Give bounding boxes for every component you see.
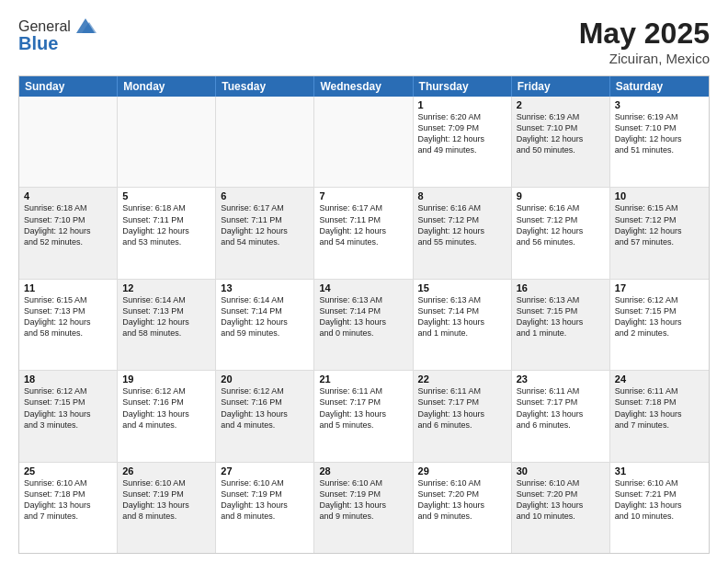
day-info: Sunrise: 6:12 AM Sunset: 7:15 PM Dayligh… [24,385,112,431]
day-info: Sunrise: 6:15 AM Sunset: 7:12 PM Dayligh… [615,202,704,247]
day-info: Sunrise: 6:17 AM Sunset: 7:11 PM Dayligh… [319,202,407,247]
day-info: Sunrise: 6:20 AM Sunset: 7:09 PM Dayligh… [418,111,506,156]
day-number: 19 [122,373,210,385]
day-number: 16 [517,282,605,293]
day-number: 23 [517,373,605,385]
day-cell-21: 21Sunrise: 6:11 AM Sunset: 7:17 PM Dayli… [314,371,413,461]
day-number: 13 [221,282,309,293]
day-cell-9: 9Sunrise: 6:16 AM Sunset: 7:12 PM Daylig… [512,188,610,278]
calendar-body: 1Sunrise: 6:20 AM Sunset: 7:09 PM Daylig… [19,97,709,553]
calendar-header: SundayMondayTuesdayWednesdayThursdayFrid… [19,76,709,97]
day-number: 14 [319,282,407,293]
day-info: Sunrise: 6:12 AM Sunset: 7:16 PM Dayligh… [221,385,309,431]
day-cell-20: 20Sunrise: 6:12 AM Sunset: 7:16 PM Dayli… [216,371,314,461]
header-day-sunday: Sunday [19,76,118,97]
day-cell-10: 10Sunrise: 6:15 AM Sunset: 7:12 PM Dayli… [610,188,709,278]
header-day-monday: Monday [118,76,216,97]
day-cell-empty [314,97,413,187]
page: General Blue May 2025 Zicuiran, Mexico S… [0,0,728,563]
week-row-4: 18Sunrise: 6:12 AM Sunset: 7:15 PM Dayli… [19,370,709,461]
header-day-wednesday: Wednesday [314,76,413,97]
day-number: 30 [517,465,605,477]
day-info: Sunrise: 6:10 AM Sunset: 7:19 PM Dayligh… [122,477,210,523]
day-number: 29 [418,465,506,477]
day-number: 3 [615,99,704,110]
day-info: Sunrise: 6:16 AM Sunset: 7:12 PM Dayligh… [517,202,605,247]
day-info: Sunrise: 6:18 AM Sunset: 7:10 PM Dayligh… [24,202,112,247]
day-cell-6: 6Sunrise: 6:17 AM Sunset: 7:11 PM Daylig… [216,188,314,278]
day-info: Sunrise: 6:11 AM Sunset: 7:17 PM Dayligh… [517,385,605,431]
day-cell-15: 15Sunrise: 6:13 AM Sunset: 7:14 PM Dayli… [414,280,512,370]
day-number: 27 [221,465,309,477]
calendar: SundayMondayTuesdayWednesdayThursdayFrid… [18,75,710,554]
day-cell-25: 25Sunrise: 6:10 AM Sunset: 7:18 PM Dayli… [19,463,118,553]
week-row-3: 11Sunrise: 6:15 AM Sunset: 7:13 PM Dayli… [19,279,709,370]
day-cell-13: 13Sunrise: 6:14 AM Sunset: 7:14 PM Dayli… [216,280,314,370]
day-number: 11 [24,282,112,293]
day-cell-30: 30Sunrise: 6:10 AM Sunset: 7:20 PM Dayli… [512,463,610,553]
day-info: Sunrise: 6:11 AM Sunset: 7:17 PM Dayligh… [319,385,407,431]
day-cell-7: 7Sunrise: 6:17 AM Sunset: 7:11 PM Daylig… [314,188,413,278]
day-info: Sunrise: 6:10 AM Sunset: 7:19 PM Dayligh… [221,477,309,523]
day-cell-22: 22Sunrise: 6:11 AM Sunset: 7:17 PM Dayli… [414,371,512,461]
day-number: 5 [122,190,210,201]
day-info: Sunrise: 6:11 AM Sunset: 7:17 PM Dayligh… [418,385,506,431]
day-number: 9 [517,190,605,201]
header-day-saturday: Saturday [610,76,709,97]
title-block: May 2025 Zicuiran, Mexico [579,17,710,66]
day-cell-16: 16Sunrise: 6:13 AM Sunset: 7:15 PM Dayli… [512,280,610,370]
day-cell-3: 3Sunrise: 6:19 AM Sunset: 7:10 PM Daylig… [610,97,709,187]
day-number: 17 [615,282,704,293]
day-number: 18 [24,373,112,385]
day-number: 24 [615,373,704,385]
day-number: 7 [319,190,407,201]
day-number: 4 [24,190,112,201]
day-number: 15 [418,282,506,293]
header-day-tuesday: Tuesday [216,76,314,97]
day-cell-1: 1Sunrise: 6:20 AM Sunset: 7:09 PM Daylig… [414,97,512,187]
logo-icon [73,17,98,37]
day-number: 22 [418,373,506,385]
day-info: Sunrise: 6:18 AM Sunset: 7:11 PM Dayligh… [122,202,210,247]
day-info: Sunrise: 6:10 AM Sunset: 7:20 PM Dayligh… [517,477,605,523]
day-cell-12: 12Sunrise: 6:14 AM Sunset: 7:13 PM Dayli… [118,280,216,370]
day-info: Sunrise: 6:12 AM Sunset: 7:15 PM Dayligh… [615,294,704,339]
day-info: Sunrise: 6:15 AM Sunset: 7:13 PM Dayligh… [24,294,112,339]
day-cell-23: 23Sunrise: 6:11 AM Sunset: 7:17 PM Dayli… [512,371,610,461]
day-info: Sunrise: 6:17 AM Sunset: 7:11 PM Dayligh… [221,202,309,247]
day-number: 8 [418,190,506,201]
day-number: 21 [319,373,407,385]
day-cell-11: 11Sunrise: 6:15 AM Sunset: 7:13 PM Dayli… [19,280,118,370]
week-row-2: 4Sunrise: 6:18 AM Sunset: 7:10 PM Daylig… [19,187,709,278]
week-row-1: 1Sunrise: 6:20 AM Sunset: 7:09 PM Daylig… [19,97,709,187]
logo: General Blue [18,17,98,54]
day-number: 12 [122,282,210,293]
week-row-5: 25Sunrise: 6:10 AM Sunset: 7:18 PM Dayli… [19,462,709,553]
header-day-thursday: Thursday [414,76,512,97]
day-info: Sunrise: 6:16 AM Sunset: 7:12 PM Dayligh… [418,202,506,247]
day-info: Sunrise: 6:10 AM Sunset: 7:20 PM Dayligh… [418,477,506,523]
day-cell-14: 14Sunrise: 6:13 AM Sunset: 7:14 PM Dayli… [314,280,413,370]
day-info: Sunrise: 6:10 AM Sunset: 7:19 PM Dayligh… [319,477,407,523]
day-number: 25 [24,465,112,477]
day-cell-empty [19,97,118,187]
day-cell-17: 17Sunrise: 6:12 AM Sunset: 7:15 PM Dayli… [610,280,709,370]
day-number: 26 [122,465,210,477]
day-info: Sunrise: 6:10 AM Sunset: 7:18 PM Dayligh… [24,477,112,523]
day-cell-4: 4Sunrise: 6:18 AM Sunset: 7:10 PM Daylig… [19,188,118,278]
day-cell-empty [216,97,314,187]
day-cell-26: 26Sunrise: 6:10 AM Sunset: 7:19 PM Dayli… [118,463,216,553]
day-number: 10 [615,190,704,201]
day-info: Sunrise: 6:13 AM Sunset: 7:14 PM Dayligh… [319,294,407,339]
day-number: 1 [418,99,506,110]
day-cell-2: 2Sunrise: 6:19 AM Sunset: 7:10 PM Daylig… [512,97,610,187]
title-location: Zicuiran, Mexico [579,51,710,66]
day-number: 31 [615,465,704,477]
day-cell-28: 28Sunrise: 6:10 AM Sunset: 7:19 PM Dayli… [314,463,413,553]
day-cell-5: 5Sunrise: 6:18 AM Sunset: 7:11 PM Daylig… [118,188,216,278]
header: General Blue May 2025 Zicuiran, Mexico [18,17,710,66]
day-info: Sunrise: 6:11 AM Sunset: 7:18 PM Dayligh… [615,385,704,431]
day-info: Sunrise: 6:13 AM Sunset: 7:14 PM Dayligh… [418,294,506,339]
day-cell-empty [118,97,216,187]
day-number: 6 [221,190,309,201]
